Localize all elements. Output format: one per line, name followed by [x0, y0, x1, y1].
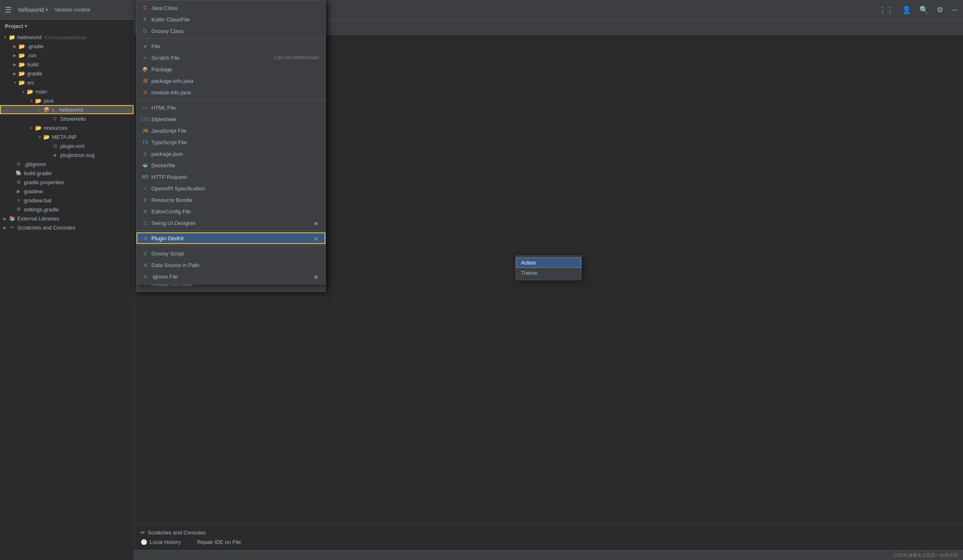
menu-item-package-json[interactable]: {} package.json [137, 148, 325, 159]
groovy-class-icon: G [141, 27, 149, 35]
css-icon: CSS [141, 115, 149, 123]
menu-item-kotlin-class[interactable]: K Kotlin Class/File [137, 14, 325, 25]
data-source-path-label: Data Source in Path [151, 262, 319, 268]
menu-item-javascript-file[interactable]: JS JavaScript File [137, 125, 325, 136]
menu-item-groovy-script[interactable]: G Groovy Script [137, 248, 325, 259]
divider [137, 246, 325, 246]
package-json-label: package.json [151, 151, 319, 157]
html-file-label: HTML File [151, 105, 319, 111]
kotlin-class-icon: K [141, 16, 149, 23]
http-request-label: HTTP Request [151, 174, 319, 180]
scratch-file-label: Scratch File [151, 55, 261, 61]
javascript-label: JavaScript File [151, 128, 319, 134]
menu-item-resource-bundle[interactable]: ⚙ Resource Bundle [137, 194, 325, 206]
swing-ui-label: Swing UI Designer [151, 220, 311, 226]
groovy-script-label: Groovy Script [151, 251, 319, 257]
menu-item-scratch-file[interactable]: ✏ Scratch File Ctrl+Alt+Shift+Insert [137, 52, 325, 63]
theme-label: Theme [521, 270, 575, 276]
swing-icon: ◫ [141, 219, 149, 227]
menu-item-java-class[interactable]: C Java Class [137, 2, 325, 14]
groovy-class-label: Groovy Class [151, 28, 319, 34]
file-icon: ≡ [141, 42, 149, 50]
menu-item-groovy-class[interactable]: G Groovy Class [137, 25, 325, 37]
menu-item-file[interactable]: ≡ File [137, 40, 325, 52]
html-icon: <> [141, 104, 149, 111]
scratch-file-icon: ✏ [141, 54, 149, 61]
scratch-file-shortcut: Ctrl+Alt+Shift+Insert [274, 55, 319, 61]
js-icon: JS [141, 127, 149, 134]
ignore-icon: ⊘ [141, 273, 149, 280]
pkg-icon: {} [141, 150, 149, 157]
menu-item-plugin-devkit[interactable]: ⊕ Plugin DevKit ▶ [137, 232, 325, 244]
submenu-arrow: ▶ [315, 274, 319, 280]
openapi-label: OpenAPI Specification [151, 185, 319, 192]
submenu-new: C Java Class K Kotlin Class/File G Groov… [136, 0, 326, 284]
java-class-label: Java Class [151, 5, 319, 11]
package-label: Package [151, 66, 319, 73]
submenu-arrow: ▶ [315, 220, 319, 226]
overlay: + New ▶ ✂ Cut Ctrl+X ⎘ Copy Ctrl+C ⎘ Cop… [0, 0, 963, 560]
typescript-label: TypeScript File [151, 139, 319, 145]
submenu-arrow: ▶ [315, 235, 319, 241]
groovy-script-icon: G [141, 250, 149, 257]
action-label: Action [521, 260, 575, 266]
menu-item-editor-config[interactable]: ⚙ EditorConfig File [137, 206, 325, 217]
menu-item-package-info[interactable]: ⊟ package-info.java [137, 75, 325, 87]
menu-item-swing-ui[interactable]: ◫ Swing UI Designer ▶ [137, 217, 325, 229]
editorconfig-icon: ⚙ [141, 208, 149, 215]
ts-icon: TS [141, 138, 149, 146]
resource-icon: ⚙ [141, 196, 149, 204]
http-icon: API [141, 173, 149, 180]
openapi-icon: ✓ [141, 185, 149, 192]
module-info-icon: ⊟ [141, 89, 149, 96]
plugin-devkit-label: Plugin DevKit [151, 235, 311, 241]
menu-item-action[interactable]: Action [516, 258, 581, 268]
editor-config-label: EditorConfig File [151, 209, 319, 215]
menu-item-typescript-file[interactable]: TS TypeScript File [137, 136, 325, 148]
menu-item-package[interactable]: 📦 Package [137, 63, 325, 75]
menu-item-openapi[interactable]: ✓ OpenAPI Specification [137, 183, 325, 194]
package-info-icon: ⊟ [141, 77, 149, 84]
menu-item-ignore-file[interactable]: ⊘ .ignore File ▶ [137, 271, 325, 282]
menu-item-html-file[interactable]: <> HTML File [137, 102, 325, 113]
resource-bundle-label: Resource Bundle [151, 197, 319, 203]
menu-item-module-info[interactable]: ⊟ module-info.java [137, 87, 325, 98]
divider [137, 38, 325, 39]
divider [137, 100, 325, 100]
java-class-icon: C [141, 4, 149, 12]
submenu-plugin-devkit: Action Theme [516, 255, 582, 280]
divider [137, 230, 325, 231]
module-info-label: module-info.java [151, 89, 319, 96]
plugin-devkit-icon: ⊕ [141, 234, 149, 242]
file-label: File [151, 43, 319, 49]
menu-item-dockerfile[interactable]: 🐳 Dockerfile [137, 159, 325, 171]
menu-item-stylesheet[interactable]: CSS Stylesheet [137, 113, 325, 125]
kotlin-class-label: Kotlin Class/File [151, 16, 319, 23]
datasource-icon: ⊟ [141, 261, 149, 269]
stylesheet-label: Stylesheet [151, 116, 319, 122]
dockerfile-label: Dockerfile [151, 162, 319, 169]
menu-item-theme[interactable]: Theme [516, 268, 581, 278]
package-info-label: package-info.java [151, 78, 319, 84]
package-icon: 📦 [141, 66, 149, 73]
menu-item-http-request[interactable]: API HTTP Request [137, 171, 325, 183]
menu-item-data-source-path[interactable]: ⊟ Data Source in Path [137, 259, 325, 271]
ignore-file-label: .ignore File [151, 274, 311, 280]
docker-icon: 🐳 [141, 162, 149, 169]
